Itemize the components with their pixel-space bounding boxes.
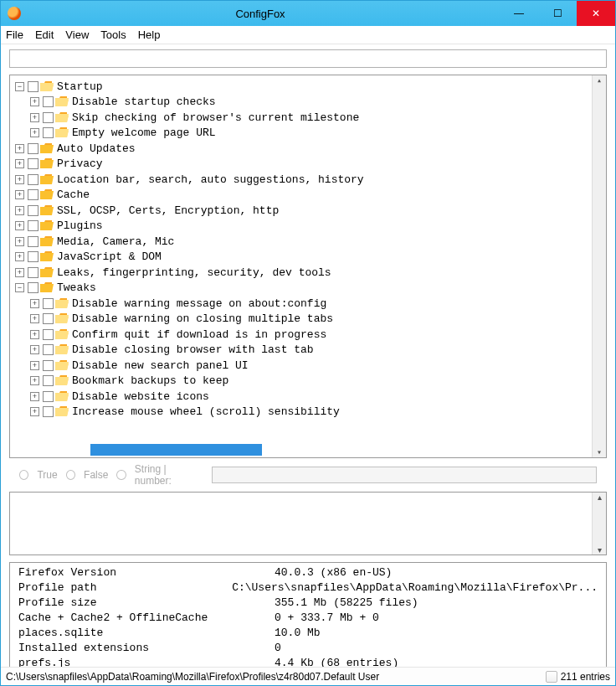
expand-toggle[interactable]: + xyxy=(30,97,39,106)
tree-row[interactable]: + Disable website icons xyxy=(10,389,606,405)
folder-icon xyxy=(40,189,54,200)
menu-view[interactable]: View xyxy=(65,28,89,41)
desc-scrollbar[interactable] xyxy=(592,493,606,554)
tree-row[interactable]: + Privacy xyxy=(10,157,606,173)
folder-icon xyxy=(55,406,69,417)
radio-string[interactable] xyxy=(116,470,126,480)
tree-row[interactable]: + Increase mouse wheel (scroll) sensibil… xyxy=(10,405,606,420)
expand-toggle[interactable]: + xyxy=(15,206,24,215)
menu-help[interactable]: Help xyxy=(138,28,161,41)
checkbox[interactable] xyxy=(43,127,54,138)
tree-row[interactable]: + Confirm quit if download is in progres… xyxy=(10,327,606,343)
info-value: 40.0.3 (x86 en-US) xyxy=(275,566,392,581)
checkbox[interactable] xyxy=(28,236,38,247)
tree-row[interactable]: + Media, Camera, Mic xyxy=(10,234,606,250)
expand-toggle[interactable]: + xyxy=(15,144,24,153)
folder-icon xyxy=(40,205,54,216)
checkbox[interactable] xyxy=(28,205,38,216)
expand-toggle[interactable]: − xyxy=(15,82,24,91)
minimize-button[interactable]: — xyxy=(500,1,538,26)
tree-row[interactable]: + Disable new search panel UI xyxy=(10,358,606,374)
tree-row[interactable]: + Disable startup checks xyxy=(10,95,606,111)
status-entries: 211 entries xyxy=(561,671,610,683)
checkbox[interactable] xyxy=(43,391,54,402)
checkbox[interactable] xyxy=(43,344,54,355)
tree-row[interactable]: + Location bar, search, auto suggestions… xyxy=(10,172,606,188)
expand-toggle[interactable]: + xyxy=(30,113,39,122)
checkbox[interactable] xyxy=(43,313,54,324)
expand-toggle[interactable]: + xyxy=(30,376,39,385)
tree-row[interactable]: + JavaScript & DOM xyxy=(10,250,606,266)
search-input[interactable] xyxy=(9,49,607,68)
tree-label: Location bar, search, auto suggestions, … xyxy=(57,173,364,186)
expand-toggle[interactable]: + xyxy=(15,268,24,277)
tree-label: Bookmark backups to keep xyxy=(72,374,228,387)
titlebar[interactable]: ConfigFox — ☐ ✕ xyxy=(1,1,615,26)
checkbox[interactable] xyxy=(43,360,54,371)
checkbox[interactable] xyxy=(28,267,38,278)
value-input[interactable] xyxy=(212,467,597,483)
menu-file[interactable]: File xyxy=(6,28,23,41)
expand-toggle[interactable]: + xyxy=(15,159,24,168)
folder-icon xyxy=(40,236,54,247)
expand-toggle[interactable]: + xyxy=(30,299,39,308)
tree-label: Disable closing browser with last tab xyxy=(72,343,314,356)
expand-toggle[interactable]: + xyxy=(15,221,24,230)
tree-row[interactable]: + Auto Updates xyxy=(10,141,606,157)
tree-row[interactable]: + Cache xyxy=(10,188,606,204)
tree-row[interactable]: + Disable warning message on about:confi… xyxy=(10,296,606,312)
checkbox[interactable] xyxy=(28,251,38,262)
expand-toggle[interactable]: + xyxy=(15,190,24,199)
checkbox[interactable] xyxy=(43,112,54,123)
expand-toggle[interactable]: − xyxy=(15,283,24,292)
expand-toggle[interactable]: + xyxy=(15,252,24,261)
checkbox[interactable] xyxy=(28,220,38,231)
expand-toggle[interactable]: + xyxy=(30,407,39,416)
tree-row[interactable]: + SSL, OCSP, Certs, Encryption, http xyxy=(10,203,606,219)
checkbox[interactable] xyxy=(43,329,54,340)
description-panel xyxy=(9,492,607,555)
tree-label: Empty welcome page URL xyxy=(72,126,216,139)
checkbox[interactable] xyxy=(28,189,38,200)
checkbox[interactable] xyxy=(43,96,54,107)
tree-label: Increase mouse wheel (scroll) sensibilit… xyxy=(72,405,340,418)
expand-toggle[interactable]: + xyxy=(30,128,39,137)
expand-toggle[interactable]: + xyxy=(15,175,24,184)
tree-label: Confirm quit if download is in progress xyxy=(72,328,326,341)
tree-row[interactable]: + Plugins xyxy=(10,219,606,235)
tree-row[interactable]: + Disable closing browser with last tab xyxy=(10,343,606,358)
tree-row[interactable]: + Skip checking of browser's current mil… xyxy=(10,110,606,126)
checkbox[interactable] xyxy=(43,375,54,386)
menu-edit[interactable]: Edit xyxy=(35,28,54,41)
info-key: Firefox Version xyxy=(18,566,275,581)
menu-tools[interactable]: Tools xyxy=(100,28,126,41)
tree-label: Disable warning on closing multiple tabs xyxy=(72,312,333,325)
close-button[interactable]: ✕ xyxy=(577,1,615,26)
radio-false[interactable] xyxy=(66,470,75,480)
checkbox[interactable] xyxy=(28,143,38,154)
expand-toggle[interactable]: + xyxy=(30,314,39,323)
expand-toggle[interactable]: + xyxy=(30,361,39,370)
tree-label: Disable new search panel UI xyxy=(72,359,249,372)
tree-row[interactable]: + Disable warning on closing multiple ta… xyxy=(10,312,606,328)
expand-toggle[interactable]: + xyxy=(30,345,39,354)
checkbox[interactable] xyxy=(28,158,38,169)
expand-toggle[interactable]: + xyxy=(30,330,39,339)
checkbox[interactable] xyxy=(28,174,38,185)
tree-row[interactable]: + Empty welcome page URL xyxy=(10,126,606,142)
info-value: C:\Users\snapfiles\AppData\Roaming\Mozil… xyxy=(232,581,598,596)
info-row: Installed extensions0 xyxy=(18,642,598,657)
checkbox[interactable] xyxy=(43,406,54,417)
tree-scrollbar[interactable] xyxy=(592,75,606,457)
tree-row[interactable]: + Leaks, fingerprinting, security, dev t… xyxy=(10,265,606,281)
tree-row[interactable]: − Tweaks xyxy=(10,281,606,297)
checkbox[interactable] xyxy=(28,81,38,92)
radio-true[interactable] xyxy=(19,470,28,480)
checkbox[interactable] xyxy=(43,298,54,309)
tree-row[interactable]: + Bookmark backups to keep xyxy=(10,374,606,389)
expand-toggle[interactable]: + xyxy=(30,392,39,401)
tree-row[interactable]: − Startup xyxy=(10,79,606,95)
checkbox[interactable] xyxy=(28,282,38,293)
expand-toggle[interactable]: + xyxy=(15,237,24,246)
maximize-button[interactable]: ☐ xyxy=(538,1,577,26)
